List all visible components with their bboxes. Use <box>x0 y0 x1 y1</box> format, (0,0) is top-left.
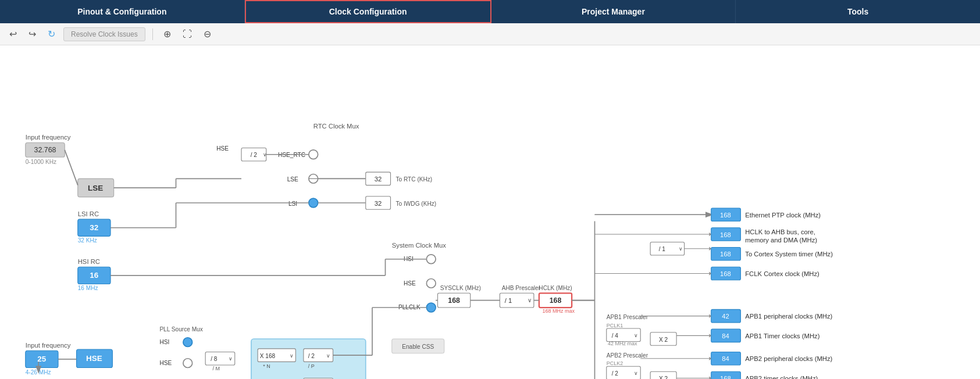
zoom-out-button[interactable]: ⊖ <box>200 26 215 42</box>
cortex-sys-value: 168 <box>720 251 731 258</box>
lsi-mux-label: LSI <box>288 201 297 207</box>
pll-p-div-dropdown[interactable]: ∨ <box>326 353 330 359</box>
lsi-value: 32 <box>90 223 98 232</box>
pll-mux-hsi-label: HSI <box>159 339 169 345</box>
cortex-div-dropdown[interactable]: ∨ <box>679 246 683 252</box>
nav-clock[interactable]: Clock Configuration <box>245 0 491 23</box>
enable-css-label: Enable CSS <box>402 344 434 350</box>
pll-n-dropdown[interactable]: ∨ <box>290 353 294 359</box>
pclk1-label: PCLK1 <box>607 323 623 328</box>
pll-source-mux-label: PLL Source Mux <box>159 326 202 332</box>
cortex-div-label: / 1 <box>659 246 666 252</box>
input-freq-label-hse: Input frequency <box>26 342 71 349</box>
fclk-value: 168 <box>720 270 731 277</box>
apb1-timer-label: APB1 Timer clocks (MHz) <box>745 332 819 339</box>
refresh-button[interactable]: ↻ <box>44 26 59 42</box>
hsi-value: 16 <box>90 271 99 280</box>
apb2-prescaler-label: APB2 Prescaler <box>607 352 648 359</box>
pll-m-div-dropdown[interactable]: ∨ <box>229 356 233 362</box>
ahb-prescaler-label: AHB Prescaler <box>502 285 541 291</box>
apb1-div-dropdown[interactable]: ∨ <box>634 332 638 338</box>
apb2-periph-value: 84 <box>722 355 729 362</box>
pll-p-div-label: / 2 <box>308 353 315 359</box>
sysclk-mux-pll[interactable] <box>426 303 436 312</box>
hclk-max-label: 168 MHz max <box>543 308 575 314</box>
apb1-periph-label: APB1 peripheral clocks (MHz) <box>745 313 832 320</box>
ahb-bus-label: HCLK to AHB bus, core, <box>745 228 815 235</box>
rtc-mux-hse[interactable] <box>309 150 318 159</box>
nav-pinout[interactable]: Pinout & Configuration <box>0 0 245 23</box>
sysclk-mux-hsi[interactable] <box>426 255 436 264</box>
svg-rect-0 <box>6 51 974 379</box>
ahb-bus-value: 168 <box>720 231 731 238</box>
lsi-rc-label: LSI RC <box>78 210 99 217</box>
pll-n-sublabel: * N <box>263 363 270 369</box>
to-iwdg-label: To IWDG (KHz) <box>396 201 437 207</box>
hclk-label-top: HCLK (MHz) <box>539 285 572 291</box>
hsi-freq-label: 16 MHz <box>78 285 98 291</box>
redo-button[interactable]: ↪ <box>25 26 40 42</box>
pll-m-div-label: / 8 <box>211 356 218 362</box>
pll-p-sublabel: / P <box>308 363 315 369</box>
ahb-bus-label2: memory and DMA (MHz) <box>745 237 817 244</box>
apb2-timer-x2-label: X 2 <box>659 376 668 379</box>
lse-input-value: 32.768 <box>34 146 56 154</box>
zoom-in-button[interactable]: ⊕ <box>160 26 174 42</box>
nav-tools[interactable]: Tools <box>736 0 980 23</box>
rtc-32-value: 32 <box>375 176 382 183</box>
fclk-label: FCLK Cortex clock (MHz) <box>745 270 819 277</box>
to-rtc-label: To RTC (KHz) <box>396 176 433 183</box>
pll-n-label: X 168 <box>260 353 276 359</box>
apb2-timer-value: 168 <box>720 375 731 379</box>
apb1-max-label: 42 MHz max <box>608 341 637 346</box>
iwdg-32-value: 32 <box>375 200 382 207</box>
hse-mux-input-label: HSE <box>216 145 229 152</box>
pll-mux-hse-radio[interactable] <box>183 359 193 368</box>
sys-clock-mux-label: System Clock Mux <box>392 242 447 249</box>
nav-project[interactable]: Project Manager <box>491 0 736 23</box>
rtc-clock-mux-label: RTC Clock Mux <box>313 123 359 130</box>
hse-sys-label: HSE <box>404 280 416 287</box>
apb1-timer-x2-label: X 2 <box>659 337 668 343</box>
sysclk-label: SYSCLK (MHz) <box>440 285 481 291</box>
lse-label: LSE <box>88 184 103 192</box>
rtc-mux-lsi[interactable] <box>309 198 318 208</box>
apb2-timer-label: APB2 timer clocks (MHz) <box>745 375 818 379</box>
undo-button[interactable]: ↩ <box>6 26 20 42</box>
hsi-rc-label: HSI RC <box>78 258 100 265</box>
clock-diagram-svg: Input frequency 32.768 0-1000 KHz LSE LS… <box>6 51 974 379</box>
toolbar: ↩ ↪ ↻ Resolve Clock Issues ⊕ ⛶ ⊖ <box>0 23 980 45</box>
diagram-area: Input frequency 32.768 0-1000 KHz LSE LS… <box>0 45 980 379</box>
apb2-div-label: / 2 <box>612 370 619 377</box>
cortex-sys-label: To Cortex System timer (MHz) <box>745 251 833 258</box>
input-freq-label-lse: Input frequency <box>26 134 71 141</box>
toolbar-separator <box>152 28 153 40</box>
top-nav: Pinout & Configuration Clock Configurati… <box>0 0 980 23</box>
pclk2-label: PCLK2 <box>607 360 623 366</box>
hclk-value: 168 <box>550 296 562 305</box>
pll-m-label: / M <box>213 366 220 371</box>
hse-rtc-div-label: / 2 <box>251 152 258 158</box>
pll-mux-hse-label: HSE <box>159 360 172 366</box>
apb2-div-dropdown[interactable]: ∨ <box>634 370 638 376</box>
lse-freq-range: 0-1000 KHz <box>26 159 56 165</box>
apb2-periph-label: APB2 peripheral clocks (MHz) <box>745 355 832 362</box>
apb1-prescaler-label: APB1 Prescaler <box>607 314 648 320</box>
lsi-freq-label: 32 KHz <box>78 237 97 244</box>
ahb-div-dropdown[interactable]: ∨ <box>528 297 532 303</box>
resolve-clock-button[interactable]: Resolve Clock Issues <box>63 27 145 41</box>
eth-ptp-value: 168 <box>720 212 731 219</box>
pll-mux-hsi-radio[interactable] <box>183 338 193 347</box>
apb1-div-label: / 4 <box>612 332 619 339</box>
lse-mux-label: LSE <box>287 176 298 183</box>
apb1-periph-value: 42 <box>722 313 729 320</box>
apb1-timer-value: 84 <box>722 332 729 339</box>
ahb-div-label: / 1 <box>505 297 512 304</box>
hse-label: HSE <box>86 354 102 363</box>
sysclk-value: 168 <box>448 296 460 305</box>
sysclk-mux-hse[interactable] <box>426 279 436 288</box>
hse-rtc-label: HSE_RTC <box>278 152 305 158</box>
expand-button[interactable]: ⛶ <box>179 27 195 42</box>
eth-ptp-label: Ethernet PTP clock (MHz) <box>745 212 821 219</box>
